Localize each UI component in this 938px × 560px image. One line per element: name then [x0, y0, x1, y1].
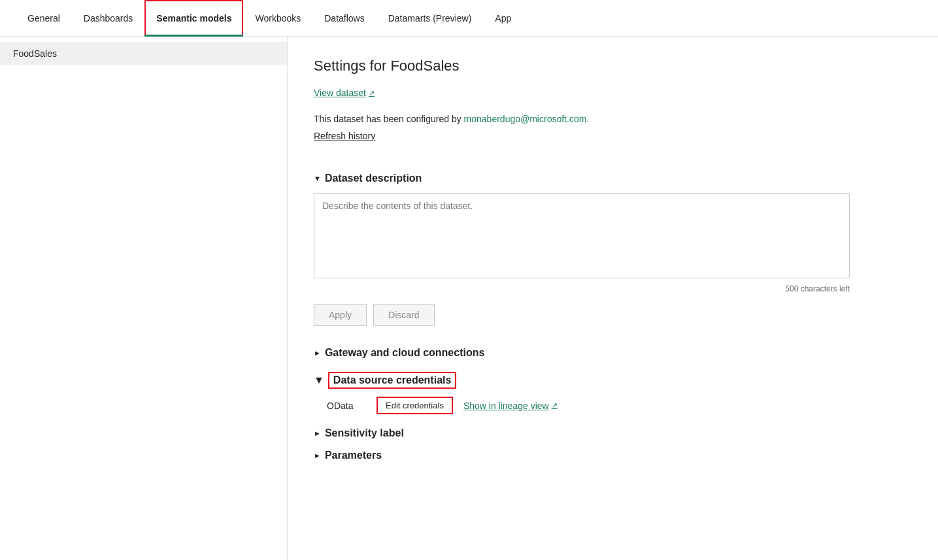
discard-button[interactable]: Discard	[373, 304, 434, 326]
nav-item-datamarts[interactable]: Datamarts (Preview)	[377, 0, 484, 37]
credentials-row: OData Edit credentials Show in lineage v…	[314, 397, 912, 414]
nav-item-general[interactable]: General	[16, 0, 72, 37]
nav-item-semantic-models[interactable]: Semantic models	[144, 0, 243, 37]
view-dataset-link[interactable]: View dataset ↗	[314, 88, 375, 98]
datasource-credentials-header[interactable]: ▼ Data source credentials	[314, 372, 912, 389]
parameters-header[interactable]: ► Parameters	[314, 450, 912, 461]
gateway-section: ► Gateway and cloud connections	[314, 347, 912, 359]
nav-item-app[interactable]: App	[483, 0, 523, 37]
sensitivity-header[interactable]: ► Sensitivity label	[314, 427, 912, 439]
refresh-history-link[interactable]: Refresh history	[314, 131, 375, 141]
top-nav: General Dashboards Semantic models Workb…	[0, 0, 938, 37]
external-link-icon: ↗	[369, 89, 375, 97]
configured-by-text: This dataset has been configured by mona…	[314, 114, 912, 124]
odata-label: OData	[327, 401, 366, 411]
edit-credentials-button[interactable]: Edit credentials	[377, 397, 453, 414]
apply-button[interactable]: Apply	[314, 304, 367, 326]
sensitivity-expand-icon: ►	[314, 429, 321, 437]
char-count: 500 characters left	[314, 284, 850, 293]
datasource-section: ▼ Data source credentials OData Edit cre…	[314, 372, 912, 414]
parameters-section: ► Parameters	[314, 450, 912, 461]
nav-item-dashboards[interactable]: Dashboards	[72, 0, 145, 37]
datasource-header-box: Data source credentials	[328, 372, 457, 389]
datasource-collapse-icon: ▼	[314, 374, 324, 386]
lineage-external-icon: ↗	[552, 401, 558, 410]
sidebar: FoodSales	[0, 37, 288, 560]
dataset-description-header[interactable]: ▼ Dataset description	[314, 173, 912, 184]
nav-item-dataflows[interactable]: Dataflows	[312, 0, 376, 37]
parameters-expand-icon: ►	[314, 452, 321, 459]
lineage-view-link[interactable]: Show in lineage view ↗	[463, 401, 558, 411]
expand-triangle-icon: ►	[314, 349, 321, 357]
apply-discard-row: Apply Discard	[314, 304, 912, 326]
gateway-header[interactable]: ► Gateway and cloud connections	[314, 347, 912, 359]
nav-item-workbooks[interactable]: Workbooks	[243, 0, 312, 37]
page-title: Settings for FoodSales	[314, 58, 912, 74]
content-area: Settings for FoodSales View dataset ↗ Th…	[288, 37, 938, 560]
main-layout: FoodSales Settings for FoodSales View da…	[0, 37, 938, 560]
configured-by-email: monaberdugo@microsoft.com	[464, 114, 587, 124]
dataset-description-section: ▼ Dataset description 500 characters lef…	[314, 173, 912, 326]
sensitivity-section: ► Sensitivity label	[314, 427, 912, 439]
collapse-triangle-icon: ▼	[314, 174, 321, 182]
dataset-description-textarea[interactable]	[314, 193, 850, 278]
sidebar-item-foodsales[interactable]: FoodSales	[0, 42, 287, 65]
